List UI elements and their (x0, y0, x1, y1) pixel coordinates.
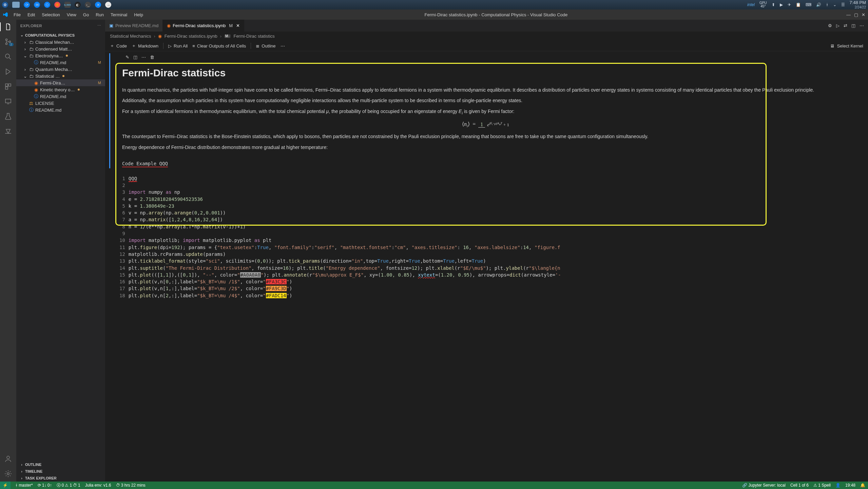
svg-point-0 (6, 39, 7, 41)
minimize-icon[interactable]: — (846, 12, 851, 17)
more-icon[interactable]: ⋯ (860, 23, 864, 28)
problems[interactable]: ⓧ 0 ⚠ 1 ⏱ 1 (57, 483, 80, 488)
volume-icon[interactable]: 🔊 (816, 2, 821, 7)
clock-status[interactable]: 19:48 (845, 483, 855, 488)
menu-run[interactable]: Run (93, 11, 107, 19)
timeline-section[interactable]: ›TIMELINE (16, 468, 105, 475)
tree-item[interactable]: ◉Kinetic theory o… (16, 86, 105, 93)
bluetooth-icon[interactable]: ᚼ (826, 2, 828, 7)
feedback-icon[interactable]: 👤 (835, 483, 841, 488)
svg-rect-7 (5, 99, 11, 103)
menu-edit[interactable]: Edit (25, 11, 38, 19)
app-icon[interactable]: ⟳ (24, 2, 30, 8)
diff-icon[interactable]: ⇄ (844, 23, 847, 28)
tree-item[interactable]: ⚖LICENSE (16, 100, 105, 107)
menu-help[interactable]: Help (131, 11, 146, 19)
select-kernel-button[interactable]: Select Kernel (837, 43, 863, 49)
chevron-down-icon[interactable]: ⌄ (833, 2, 836, 7)
edit-icon[interactable]: ✎ (126, 55, 129, 60)
tree-item[interactable]: ◉Fermi-Dira…M (16, 79, 105, 86)
more-icon[interactable]: ⋯ (281, 43, 285, 49)
spell-check[interactable]: ⚠ 1 Spell (813, 483, 831, 488)
svg-point-3 (5, 54, 9, 58)
add-markdown-button[interactable]: ＋ Markdown (132, 43, 158, 49)
app-icon[interactable]: ⏲ (44, 2, 50, 8)
close-icon[interactable]: ✕ (236, 23, 240, 28)
tree-item[interactable]: ⌄🗀Statistical … (16, 73, 105, 79)
menu-view[interactable]: View (64, 11, 79, 19)
run-icon[interactable]: ▷ (836, 23, 840, 28)
extensions-icon[interactable] (4, 82, 13, 91)
app-icon[interactable]: ✕ (95, 2, 101, 8)
breadcrumbs[interactable]: Statistical Mechanics› ◉ Fermi-Dirac sta… (105, 32, 868, 41)
clock[interactable]: 7:48 PM 2/24/22 (850, 0, 866, 9)
code-cell[interactable]: 123456789101112131415161718 QQQ import n… (114, 172, 859, 302)
more-icon[interactable]: ⋯ (141, 55, 146, 60)
close-icon[interactable]: ✕ (862, 12, 865, 17)
menu-file[interactable]: File (11, 11, 23, 19)
remote-indicator[interactable]: ⚡ (0, 482, 11, 489)
keyboard-icon[interactable]: ⌨ (806, 2, 811, 7)
tree-item[interactable]: ⓘREADME.mdM (16, 59, 105, 66)
app-icon[interactable]: ☁ (105, 2, 111, 8)
app-icon[interactable]: 6,999 (64, 2, 71, 8)
markdown-cell[interactable]: ✎ ◫ ⋯ 🗑 Fermi-Dirac statistics In quantu… (112, 53, 861, 168)
remote-icon[interactable] (4, 97, 13, 106)
tree-item[interactable]: ⓘREADME.md (16, 93, 105, 100)
tab-fermi-dirac[interactable]: ◉ Fermi-Dirac statistics.ipynb M ✕ (163, 20, 244, 32)
gear-icon[interactable] (4, 469, 13, 478)
delete-icon[interactable]: 🗑 (150, 55, 154, 60)
explorer-icon[interactable] (4, 22, 13, 31)
menu-selection[interactable]: Selection (39, 11, 62, 19)
telegram-icon[interactable]: ✈ (788, 2, 791, 7)
split-icon[interactable]: ◫ (851, 23, 855, 28)
account-icon[interactable] (4, 454, 13, 463)
more-icon[interactable]: ⋯ (97, 23, 101, 28)
tree-item[interactable]: ⌄🗀Electrodyna… (16, 52, 105, 59)
menu-icon[interactable]: ☰ (841, 2, 845, 7)
tree-item[interactable]: ⓘREADME.md (16, 107, 105, 113)
app-icon[interactable]: ›_ (85, 2, 91, 8)
run-icon[interactable] (4, 67, 13, 76)
kde-icon[interactable]: ⚙ (2, 2, 8, 8)
app-icon[interactable]: ◐ (75, 2, 81, 8)
tree-item[interactable]: ›🗀Condensed Matt… (16, 45, 105, 52)
code-content[interactable]: QQQ import numpy as np e = 2.71828182845… (129, 172, 561, 302)
activity-bar: 2 (0, 20, 16, 482)
taskbar-left: ⚙ ⟳ ✉ ⏲ 6,999 ◐ ›_ ✕ ☁ (2, 2, 111, 8)
app-icon[interactable]: ✉ (34, 2, 40, 8)
tree-item[interactable]: ›🗀Classical Mechan… (16, 39, 105, 45)
cell-position[interactable]: Cell 1 of 6 (790, 483, 809, 488)
gear-icon[interactable]: ⚙ (828, 23, 832, 28)
maximize-icon[interactable]: ▢ (854, 12, 858, 17)
project-title[interactable]: ⌄COMPUTATIONAL PHYSICS (16, 32, 105, 39)
gpu-temp: 45° (759, 5, 767, 8)
scm-icon[interactable]: 2 (4, 37, 13, 46)
test-icon[interactable] (4, 112, 13, 121)
git-sync[interactable]: ⟳ 1↓ 0↑ (38, 483, 52, 488)
azure-icon[interactable] (4, 127, 13, 136)
julia-env[interactable]: Julia env: v1.6 (85, 483, 111, 488)
clipboard-icon[interactable]: 📋 (796, 2, 801, 7)
menu-terminal[interactable]: Terminal (108, 11, 130, 19)
search-icon[interactable] (4, 52, 13, 61)
jupyter-server[interactable]: 🔗 Jupyter Server: local (742, 483, 786, 488)
notebook: ✎ ◫ ⋯ 🗑 Fermi-Dirac statistics In quantu… (105, 51, 868, 482)
firefox-icon[interactable] (54, 2, 60, 8)
play-icon[interactable]: ▶ (780, 2, 783, 7)
split-icon[interactable]: ◫ (133, 55, 137, 60)
app-icon[interactable] (12, 2, 20, 8)
wakatime[interactable]: ⏱ 3 hrs 22 mins (116, 483, 146, 488)
git-branch[interactable]: ᚼ master* (15, 483, 33, 488)
tab-preview-readme[interactable]: ▣ Preview README.md (105, 20, 163, 32)
task-explorer-section[interactable]: ›TASK EXPLORER (16, 475, 105, 482)
add-code-button[interactable]: ＋ Code (110, 43, 127, 49)
outline-section[interactable]: ›OUTLINE (16, 461, 105, 468)
bell-icon[interactable]: 🔔 (860, 483, 865, 488)
upload-icon[interactable]: ⬆ (772, 2, 775, 7)
tree-item[interactable]: ›🗀Quantum Mecha… (16, 66, 105, 73)
outline-button[interactable]: ≣ Outline (256, 43, 275, 49)
run-all-button[interactable]: ▷ Run All (168, 43, 188, 49)
clear-outputs-button[interactable]: ≡ Clear Outputs of All Cells (192, 43, 246, 49)
menu-go[interactable]: Go (80, 11, 92, 19)
